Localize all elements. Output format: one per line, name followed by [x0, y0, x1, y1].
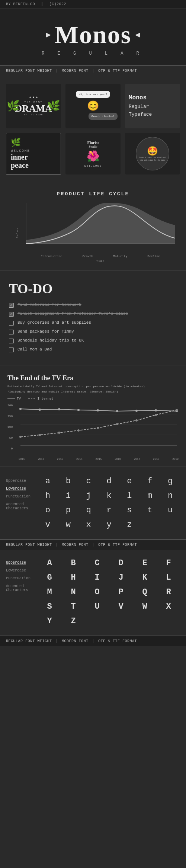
- char-q: q: [79, 503, 99, 517]
- y-100: 100: [7, 425, 13, 429]
- todo-text: Find material for homework: [17, 302, 81, 307]
- char-h: h: [38, 489, 58, 503]
- svg-point-18: [58, 432, 60, 434]
- tv-legend-tv-label: TV: [17, 397, 21, 401]
- nav-punctuation[interactable]: Punctuation: [6, 494, 32, 499]
- nav-uppercase[interactable]: Uppercase: [6, 478, 32, 484]
- bottombar-sep2: |: [92, 639, 95, 643]
- chat-badge: Hi, how are you? 😊 Good, thanks!: [65, 84, 121, 128]
- tv-x-labels: 2011 2012 2013 2014 2015 2016 2017 2018 …: [19, 458, 179, 461]
- chars-nav: Uppercase Lowercase Punctuation Accented…: [6, 474, 32, 532]
- todo-item: ✓ Finish assignment from Professor Turo'…: [9, 311, 177, 317]
- char-m: m: [140, 489, 160, 503]
- svg-point-24: [176, 409, 178, 411]
- internet-line-icon: [28, 398, 36, 399]
- creative-text: have a creative mind and the ambition to…: [136, 157, 169, 162]
- svg-point-17: [39, 434, 41, 436]
- tv-legend-internet: Internet: [28, 397, 54, 401]
- char-p: p: [58, 503, 78, 517]
- nav-accented-2[interactable]: AccentedCharacters: [6, 583, 32, 593]
- y-50: 50: [7, 436, 13, 439]
- todo-item: Send packages for Timmy: [9, 329, 177, 334]
- inner-text: inner: [11, 153, 28, 161]
- x-2011: 2011: [19, 458, 25, 461]
- bottombar-item1: REGULAR FONT WEIGHT: [6, 639, 52, 643]
- y-150: 150: [7, 414, 13, 418]
- x-2019: 2019: [172, 458, 179, 461]
- svg-point-12: [116, 410, 118, 412]
- char-P: P: [109, 585, 132, 599]
- char-k: k: [99, 489, 119, 503]
- char-H: H: [62, 571, 85, 584]
- nav-accented[interactable]: AccentedCharacters: [6, 502, 32, 511]
- monos-regular: Regular: [129, 103, 176, 111]
- infobar2-item2: MODERN FONT: [62, 543, 89, 547]
- infobar2-sep2: |: [92, 543, 95, 547]
- peace-text: peace: [11, 161, 29, 170]
- char-R: R: [157, 585, 180, 599]
- nav-uppercase-2[interactable]: Uppercase: [6, 560, 32, 566]
- plc-phase-labels: Introduction Growth Maturity Decline: [41, 254, 160, 258]
- char-t: t: [140, 503, 160, 517]
- hero-title: Monos: [55, 20, 131, 49]
- phase-introduction: Introduction: [41, 254, 62, 258]
- welcome-box: 🌿 WELCOME inner peace: [6, 133, 61, 174]
- nav-punctuation-2[interactable]: Punctuation: [6, 576, 32, 581]
- drama-badge: ★ ★ ★ THE BEST DRAMA OF THE YEAR 🌿 🌿: [6, 84, 61, 128]
- todo-checkbox[interactable]: [9, 347, 14, 352]
- bottom-bar: REGULAR FONT WEIGHT | MODERN FONT | OTF …: [0, 636, 186, 646]
- char-O: O: [86, 585, 109, 599]
- tv-legend-tv: TV: [7, 397, 21, 401]
- chat-bubble-2: Good, thanks!: [89, 113, 118, 120]
- char-s: s: [119, 503, 139, 517]
- char-F: F: [157, 556, 180, 570]
- tv-line-icon: [7, 398, 15, 399]
- infobar2-sep1: |: [56, 543, 58, 547]
- todo-checkbox[interactable]: ✓: [9, 312, 14, 317]
- char-T: T: [62, 600, 85, 614]
- infobar-item3: OTF & TTF FORMAT: [98, 69, 137, 73]
- tv-chart-container: 200 150 100 50 0: [19, 404, 179, 458]
- char-u: u: [160, 503, 180, 517]
- upper-chars-nav: Uppercase Lowercase Punctuation Accented…: [6, 556, 32, 628]
- todo-checkbox[interactable]: ✓: [9, 303, 14, 308]
- nav-lowercase-2[interactable]: Lowercase: [6, 568, 32, 573]
- star-icon: ★: [32, 95, 35, 99]
- infobar2-item1: REGULAR FONT WEIGHT: [6, 543, 52, 547]
- drama-text: DRAMA: [15, 104, 52, 113]
- monos-typeface: Typeface: [129, 111, 176, 119]
- florist-badge: Florist Studio 🌺 Est.1998: [65, 133, 121, 174]
- florist-title: Florist: [87, 140, 99, 145]
- chars-section-lowercase: Uppercase Lowercase Punctuation Accented…: [0, 467, 186, 539]
- monos-typeface-box: Monos Regular Typeface: [125, 84, 180, 128]
- svg-point-19: [77, 429, 80, 432]
- info-bar2: REGULAR FONT WEIGHT | MODERN FONT | OTF …: [0, 539, 186, 550]
- char-b: b: [58, 474, 78, 488]
- tv-legend-internet-label: Internet: [38, 397, 54, 401]
- tv-subtitle-1: Estimated daily TV and Internet consumpt…: [7, 384, 179, 389]
- todo-item: Call Mom & Dad: [9, 347, 177, 352]
- bottombar-item2: MODERN FONT: [62, 639, 89, 643]
- plc-section: PRODUCT LIFE CYCLE Sales Introduction Gr…: [0, 182, 186, 270]
- nav-lowercase[interactable]: Lowercase: [6, 486, 32, 491]
- todo-checkbox[interactable]: [9, 339, 14, 343]
- svg-point-7: [19, 408, 22, 410]
- todo-checkbox[interactable]: [9, 330, 14, 334]
- infobar-sep1: |: [56, 69, 58, 73]
- char-n: n: [160, 489, 180, 503]
- plc-chart-svg: [26, 203, 175, 251]
- char-W: W: [133, 600, 156, 614]
- phase-maturity: Maturity: [113, 254, 127, 258]
- plc-y-label: Sales: [16, 227, 19, 238]
- char-x: x: [79, 518, 99, 532]
- star-icon: ★: [36, 95, 38, 99]
- tv-legend: TV Internet: [7, 397, 179, 401]
- tv-era-title: The End of the TV Era: [7, 374, 179, 382]
- svg-point-9: [58, 408, 60, 410]
- todo-checkbox[interactable]: [9, 321, 14, 326]
- todo-section: TO-DO ✓ Find material for homework ✓ Fin…: [0, 270, 186, 365]
- svg-point-22: [135, 419, 138, 422]
- char-y: y: [99, 518, 119, 532]
- tv-y-labels: 200 150 100 50 0: [7, 404, 13, 450]
- char-E: E: [133, 556, 156, 570]
